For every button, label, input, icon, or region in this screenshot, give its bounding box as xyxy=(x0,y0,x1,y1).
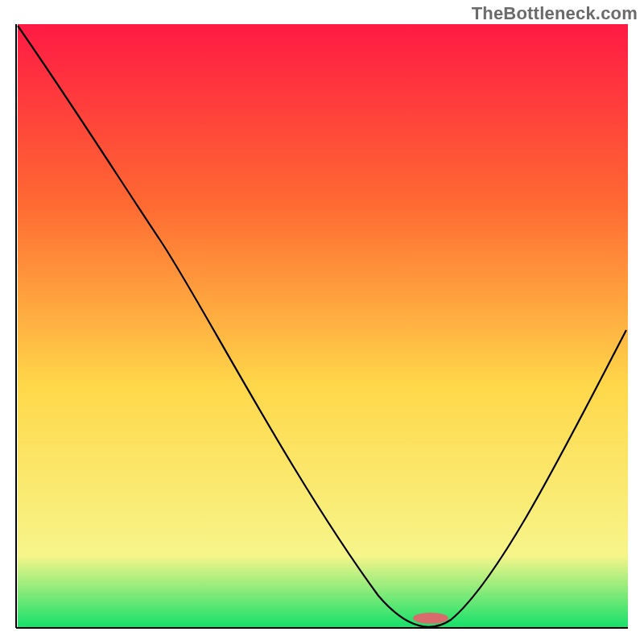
optimum-marker xyxy=(413,613,448,624)
bottleneck-plot xyxy=(0,0,644,644)
plot-background-gradient xyxy=(18,24,628,628)
watermark-text: TheBottleneck.com xyxy=(472,3,638,24)
chart-stage: TheBottleneck.com xyxy=(0,0,644,644)
